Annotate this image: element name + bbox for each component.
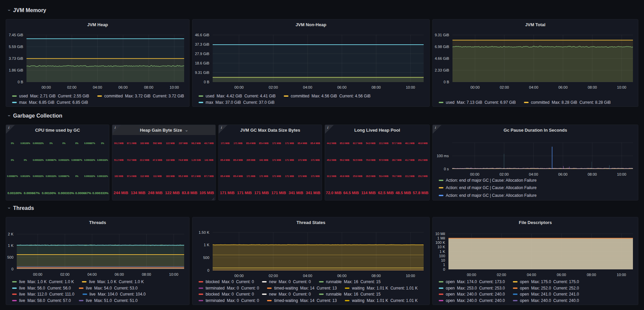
stat-value: 41.7 MiB xyxy=(405,159,414,161)
legend-item[interactable]: max Max: 37.0 GiB Current: 37.0 GiB xyxy=(199,100,274,105)
legend-item[interactable]: live Max: 1.0 K Current: 1.0 K xyxy=(82,279,144,284)
legend-label: runnable Max: 16 Current: 15 xyxy=(326,292,381,297)
section-header-threads[interactable]: ⌄ Threads xyxy=(7,205,34,211)
legend-color-swatch-icon xyxy=(513,287,518,289)
panel-title[interactable]: JVM Heap xyxy=(6,19,189,30)
legend-item[interactable]: waiting Max: 1.01 K Current: 1.01 K xyxy=(345,298,418,303)
section-header-garbage-collection[interactable]: ⌄ Garbage Collection xyxy=(7,113,62,119)
stat-value: 85.3 MiB xyxy=(340,142,349,144)
legend-item[interactable]: timed-waiting Max: 14 Current: 13 xyxy=(267,286,337,291)
legend-item[interactable]: runnable Max: 16 Current: 15 xyxy=(319,292,381,297)
section-header-jvm-memory[interactable]: ⌄ JVM Memory xyxy=(7,7,46,13)
legend-item[interactable]: open Max: 174.0 Current: 173.0 xyxy=(439,279,505,284)
legend-item[interactable]: used Max: 7.13 GiB Current: 6.97 GiB xyxy=(439,100,516,105)
stat-value: 64.5 MiB xyxy=(343,191,359,195)
legend-item[interactable]: waiting Max: 1.01 K Current: 1.01 K xyxy=(345,286,418,291)
legend-row: open Max: 240.0 Current: 240.0open Max: … xyxy=(439,291,637,298)
panel-title[interactable]: Heap Gain Byte Size⌄ xyxy=(112,125,215,135)
legend-item[interactable]: blocked Max: 0 Current: 0 xyxy=(199,292,254,297)
legend-row: max Max: 6.85 GiB Current: 6.85 GiB xyxy=(12,99,188,105)
panel-title[interactable]: JVM GC Max Data Size Bytes xyxy=(219,125,322,135)
legend-item[interactable]: new Max: 0 Current: 0 xyxy=(262,292,311,297)
panel-title[interactable]: Thread States xyxy=(193,217,429,227)
legend-item[interactable]: live Max: 58.0 Current: 57.0 xyxy=(12,298,71,303)
panel-gc-max-data: JVM GC Max Data Size Bytesi171 MiB171 Mi… xyxy=(218,125,322,201)
stat-value: 112 MiB xyxy=(140,175,149,177)
legend-label: blocked Max: 0 Current: 0 xyxy=(206,292,254,297)
legend-item[interactable]: max Max: 6.85 GiB Current: 6.85 GiB xyxy=(12,100,88,105)
legend-row: open Max: 240.0 Current: 240.0open Max: … xyxy=(439,297,637,304)
legend-row: terminated Max: 0 Current: 0timed-waitin… xyxy=(199,297,428,304)
panel-title[interactable]: Gc Pause Duration In Seconds xyxy=(433,125,638,135)
legend-label: Action: end of major GC | Cause: Allocat… xyxy=(446,193,537,198)
panel-title[interactable]: JVM Non-Heap xyxy=(193,19,429,30)
legend-item[interactable]: committed Max: 8.28 GiB Current: 8.28 Gi… xyxy=(524,100,611,105)
legend-item[interactable]: open Max: 253.0 Current: 253.0 xyxy=(439,286,505,291)
stat-value: 28.5 MiB xyxy=(366,175,375,177)
x-axis-tick-label: 06:00 xyxy=(115,86,131,89)
legend-color-swatch-icon xyxy=(199,300,203,301)
panel-title[interactable]: CPU time used by GC xyxy=(6,125,109,135)
stat-value: 183 MiB xyxy=(166,175,174,177)
legend-item[interactable]: live Max: 112.0 Current: 111.0 xyxy=(12,292,74,297)
stat-value: 85.4 MiB xyxy=(220,159,230,161)
legend-item[interactable]: live Max: 51.0 Current: 51.0 xyxy=(79,298,138,303)
legend-item[interactable]: used Max: 2.71 GiB Current: 2.55 GiB xyxy=(12,94,89,98)
legend-color-swatch-icon xyxy=(79,287,84,289)
stat-value: 122 MiB xyxy=(166,142,174,144)
stat-value: 22.2 MiB xyxy=(379,142,388,144)
panel-title[interactable]: File Descriptors xyxy=(433,217,638,227)
legend-item[interactable]: committed Max: 4.56 GiB Current: 4.56 Gi… xyxy=(284,94,371,98)
legend-color-swatch-icon xyxy=(12,95,17,97)
legend-item[interactable]: runnable Max: 16 Current: 15 xyxy=(319,279,381,284)
legend-item[interactable]: Action: end of major GC | Cause: Allocat… xyxy=(439,178,537,183)
legend-item[interactable]: used Max: 4.42 GiB Current: 4.41 GiB xyxy=(199,94,276,98)
legend-color-swatch-icon xyxy=(12,294,17,295)
legend-label: committed Max: 3.72 GiB Current: 3.72 Gi… xyxy=(104,94,184,98)
legend-item[interactable]: open Max: 240.0 Current: 240.0 xyxy=(439,292,505,297)
panel-title[interactable]: Long Lived Heap Pool xyxy=(325,125,429,135)
stat-value: 0.000667% xyxy=(46,159,56,161)
panel-title[interactable]: Threads xyxy=(6,217,189,227)
legend-item[interactable]: open Max: 175.0 Current: 175.0 xyxy=(513,279,579,284)
legend-item[interactable]: live Max: 1.0 K Current: 1.0 K xyxy=(12,279,74,284)
panel-info-icon[interactable]: i xyxy=(219,125,227,134)
legend-label: new Max: 0 Current: 0 xyxy=(269,279,311,284)
legend-item[interactable]: open Max: 240.0 Current: 240.0 xyxy=(439,298,505,303)
stat-value: 0.000333% xyxy=(92,191,108,195)
panel-info-icon[interactable]: i xyxy=(433,125,441,134)
legend-item[interactable]: timed-waiting Max: 14 Current: 13 xyxy=(267,298,337,303)
panel-info-icon[interactable]: i xyxy=(112,125,121,134)
chart-legend: open Max: 174.0 Current: 173.0open Max: … xyxy=(439,279,637,304)
y-axis-tick-label: 9.31 GiB xyxy=(193,71,209,75)
legend-color-swatch-icon xyxy=(439,281,443,282)
panel-info-icon[interactable]: i xyxy=(6,125,15,134)
legend-item[interactable]: live Max: 104.0 Current: 104.0 xyxy=(83,292,146,297)
legend-item[interactable]: open Max: 240.0 Current: 240.0 xyxy=(513,298,579,303)
y-axis-tick-label: 2.33 GiB xyxy=(433,69,449,72)
legend-item[interactable]: new Max: 0 Current: 0 xyxy=(262,279,311,284)
legend-item[interactable]: Action: end of major GC | Cause: Allocat… xyxy=(439,193,537,198)
legend-item[interactable]: live Max: 56.0 Current: 56.0 xyxy=(12,286,71,291)
legend-item[interactable]: terminated Max: 0 Current: 0 xyxy=(199,298,259,303)
legend-label: live Max: 1.0 K Current: 1.0 K xyxy=(89,279,144,284)
y-axis-tick-label: 1.50 K xyxy=(193,231,209,234)
x-axis-tick-label: 06:00 xyxy=(333,274,350,278)
legend-color-swatch-icon xyxy=(83,294,87,295)
legend-item[interactable]: Action: end of major GC | Cause: Allocat… xyxy=(439,185,537,190)
y-axis-tick-label: 100 ms xyxy=(433,154,449,158)
legend-item[interactable]: committed Max: 3.72 GiB Current: 3.72 Gi… xyxy=(97,94,184,98)
x-axis-tick-label: 00:00 xyxy=(463,273,480,277)
y-axis-tick-label: 10 K xyxy=(433,245,445,249)
legend-item[interactable]: blocked Max: 0 Current: 0 xyxy=(199,279,254,284)
panel-resize-handle[interactable] xyxy=(211,196,215,200)
panel-info-icon[interactable]: i xyxy=(325,125,334,134)
legend-item[interactable]: open Max: 252.0 Current: 252.0 xyxy=(513,286,579,291)
legend-item[interactable]: live Max: 54.0 Current: 53.0 xyxy=(79,286,138,291)
y-axis-tick-label: 100 xyxy=(433,254,445,258)
stat-value: 0.000333% xyxy=(97,159,108,161)
panel-title[interactable]: JVM Total xyxy=(433,19,638,30)
chart-plot[interactable] xyxy=(433,19,638,107)
legend-item[interactable]: open Max: 241.0 Current: 241.0 xyxy=(513,292,579,297)
legend-item[interactable]: terminated Max: 0 Current: 0 xyxy=(199,286,259,291)
